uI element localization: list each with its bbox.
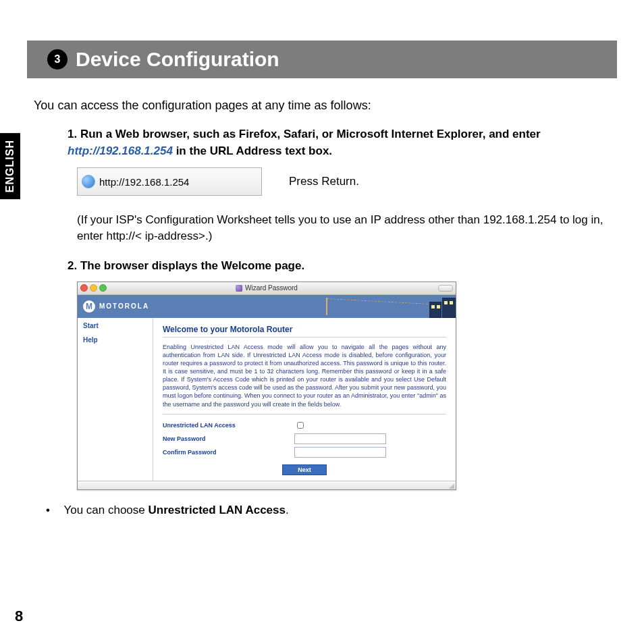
confirm-password-label: Confirm Password — [163, 449, 294, 456]
motorola-brand-text: MOTOROLA — [99, 302, 149, 310]
router-brand-bar: M MOTOROLA — [78, 295, 456, 318]
sidebar-item-start[interactable]: Start — [83, 322, 147, 329]
new-password-label: New Password — [163, 435, 294, 442]
minimize-icon[interactable] — [90, 284, 97, 292]
section-number-badge: 3 — [47, 49, 68, 70]
section-title: Device Configuration — [76, 48, 279, 71]
address-bar-text: http://192.168.1.254 — [99, 176, 189, 188]
zoom-icon[interactable] — [99, 284, 107, 292]
step1-url: http://192.168.1.254 — [68, 144, 173, 157]
step1-note: (If your ISP's Configuration Worksheet t… — [77, 212, 617, 244]
globe-icon — [82, 175, 95, 188]
section-header: 3 Device Configuration — [27, 41, 617, 78]
step1-number: 1. — [68, 128, 77, 140]
titlebar-pill — [438, 285, 453, 292]
bullet-suffix: . — [286, 504, 289, 516]
window-statusbar — [78, 481, 456, 489]
welcome-heading: Welcome to your Motorola Router — [163, 325, 446, 338]
sidebar-item-help[interactable]: Help — [83, 336, 147, 344]
confirm-password-input[interactable] — [294, 447, 386, 458]
bullet-bold: Unrestricted LAN Access — [149, 504, 286, 516]
browser-address-bar[interactable]: http://192.168.1.254 — [77, 167, 262, 196]
step1-lead-part2: in the URL Address text box. — [173, 144, 332, 157]
unrestricted-lan-label: Unrestricted LAN Access — [163, 422, 294, 429]
new-password-input[interactable] — [294, 433, 386, 444]
router-screenshot: Wizard Password M MOTOROLA St — [77, 281, 456, 490]
motorola-logo-icon: M — [83, 300, 95, 313]
next-button[interactable]: Next — [282, 464, 327, 475]
wizard-icon — [236, 285, 242, 292]
welcome-description: Enabling Unrestricted LAN Access mode wi… — [163, 343, 446, 414]
step1-heading: 1. Run a Web browser, such as Firefox, S… — [68, 126, 617, 159]
close-icon[interactable] — [80, 284, 88, 292]
step2-number: 2. — [68, 259, 77, 272]
resize-grip-icon[interactable] — [449, 483, 454, 489]
unrestricted-lan-checkbox[interactable] — [297, 422, 304, 429]
page-number: 8 — [15, 608, 23, 625]
window-title: Wizard Password — [236, 284, 298, 292]
step2-heading: 2. The browser displays the Welcome page… — [68, 258, 617, 275]
header-artwork — [321, 295, 456, 318]
bullet-prefix: You can choose — [63, 504, 148, 516]
press-return-text: Press Return. — [289, 175, 359, 188]
step1-lead-part1: Run a Web browser, such as Firefox, Safa… — [80, 128, 541, 140]
intro-text: You can access the configuration pages a… — [34, 99, 617, 113]
step2-lead: The browser displays the Welcome page. — [80, 259, 304, 272]
bullet-note: • You can choose Unrestricted LAN Access… — [46, 504, 617, 517]
router-sidebar: Start Help — [78, 318, 153, 481]
window-titlebar: Wizard Password — [78, 282, 456, 295]
